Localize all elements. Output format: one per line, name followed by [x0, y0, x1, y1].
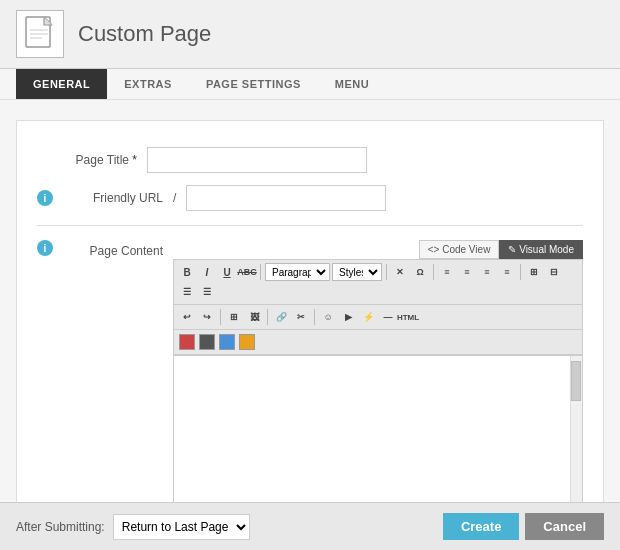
toolbar-divider-2	[386, 264, 387, 280]
redo-btn[interactable]: ↪	[198, 308, 216, 326]
hr-btn[interactable]: —	[379, 308, 397, 326]
undo-btn[interactable]: ↩	[178, 308, 196, 326]
page-title-input[interactable]	[147, 147, 367, 173]
header: Custom Page	[0, 0, 620, 69]
after-submitting-label: After Submitting:	[16, 520, 105, 534]
tabs-bar: General Extras Page Settings Menu	[0, 69, 620, 100]
after-submitting-select[interactable]: Return to Last Page Go to Home Page Stay…	[113, 514, 250, 540]
cancel-button[interactable]: Cancel	[525, 513, 604, 540]
toolbar-divider-3	[433, 264, 434, 280]
form-area: Page Title i Friendly URL / i Page Conte…	[16, 120, 604, 502]
toolbar-divider-7	[314, 309, 315, 325]
friendly-url-info-icon[interactable]: i	[37, 190, 53, 206]
toolbar-divider-5	[220, 309, 221, 325]
friendly-url-row: i Friendly URL /	[17, 179, 603, 217]
friendly-url-label: Friendly URL	[63, 191, 163, 205]
create-button[interactable]: Create	[443, 513, 519, 540]
tab-extras[interactable]: Extras	[107, 69, 189, 99]
friendly-url-input[interactable]	[186, 185, 386, 211]
list-ul-btn[interactable]: ☰	[178, 283, 196, 301]
insert-image-btn[interactable]: 🖼	[245, 308, 263, 326]
strikethrough-btn[interactable]: ABC	[238, 263, 256, 281]
toolbar-color-icon-1[interactable]	[179, 334, 195, 350]
flash-btn[interactable]: ⚡	[359, 308, 377, 326]
toolbar-divider-1	[260, 264, 261, 280]
outdent-btn[interactable]: ⊟	[545, 263, 563, 281]
page-content-row: i Page Content <> Code View ✎ Visual Mod…	[17, 234, 603, 502]
toolbar-color-icon-4[interactable]	[239, 334, 255, 350]
editor-container: <> Code View ✎ Visual Mode B I U ABC	[173, 240, 583, 502]
tab-general[interactable]: General	[16, 69, 107, 99]
close-btn[interactable]: ✕	[391, 263, 409, 281]
align-justify-btn[interactable]: ≡	[498, 263, 516, 281]
editor-scrollbar[interactable]	[570, 356, 582, 502]
page-content-label: Page Content	[63, 240, 163, 258]
page-title-label: Page Title	[37, 153, 137, 167]
tab-page-settings[interactable]: Page Settings	[189, 69, 318, 99]
bold-btn[interactable]: B	[178, 263, 196, 281]
toolbar-color-icon-3[interactable]	[219, 334, 235, 350]
toolbar-row-3	[174, 330, 582, 355]
page-title-row: Page Title	[17, 141, 603, 179]
footer-left: After Submitting: Return to Last Page Go…	[16, 514, 250, 540]
toolbar-divider-6	[267, 309, 268, 325]
underline-btn[interactable]: U	[218, 263, 236, 281]
separator	[37, 225, 583, 226]
url-prefix: /	[173, 191, 176, 205]
toolbar-row-1: B I U ABC Paragraph Heading 1 Heading 2	[174, 260, 582, 305]
link-btn[interactable]: 🔗	[272, 308, 290, 326]
scrollbar-thumb[interactable]	[571, 361, 581, 401]
emoticon-btn[interactable]: ☺	[319, 308, 337, 326]
toolbar-row-2: ↩ ↪ ⊞ 🖼 🔗 ✂ ☺ ▶ ⚡ —	[174, 305, 582, 330]
list-ol-btn[interactable]: ☰	[198, 283, 216, 301]
insert-table-btn[interactable]: ⊞	[225, 308, 243, 326]
footer: After Submitting: Return to Last Page Go…	[0, 502, 620, 550]
page-wrapper: Custom Page General Extras Page Settings…	[0, 0, 620, 550]
indent-btn[interactable]: ⊞	[525, 263, 543, 281]
align-right-btn[interactable]: ≡	[478, 263, 496, 281]
tab-menu[interactable]: Menu	[318, 69, 386, 99]
toolbar-color-icon-2[interactable]	[199, 334, 215, 350]
align-left-btn[interactable]: ≡	[438, 263, 456, 281]
source-btn[interactable]: HTML	[399, 308, 417, 326]
page-title: Custom Page	[78, 21, 211, 47]
editor-content[interactable]	[174, 356, 570, 502]
editor-mode-bar: <> Code View ✎ Visual Mode	[173, 240, 583, 259]
paragraph-select[interactable]: Paragraph Heading 1 Heading 2	[265, 263, 330, 281]
align-center-btn[interactable]: ≡	[458, 263, 476, 281]
styles-select[interactable]: Styles	[332, 263, 382, 281]
editor-body	[173, 355, 583, 502]
page-content-info-icon[interactable]: i	[37, 240, 53, 256]
media-btn[interactable]: ▶	[339, 308, 357, 326]
code-view-btn[interactable]: <> Code View	[419, 240, 500, 259]
toolbar-divider-4	[520, 264, 521, 280]
footer-right: Create Cancel	[443, 513, 604, 540]
visual-mode-btn[interactable]: ✎ Visual Mode	[499, 240, 583, 259]
main-content: Page Title i Friendly URL / i Page Conte…	[0, 100, 620, 502]
editor-toolbar: B I U ABC Paragraph Heading 1 Heading 2	[173, 259, 583, 355]
page-icon	[16, 10, 64, 58]
special-char-btn[interactable]: Ω	[411, 263, 429, 281]
italic-btn[interactable]: I	[198, 263, 216, 281]
unlink-btn[interactable]: ✂	[292, 308, 310, 326]
